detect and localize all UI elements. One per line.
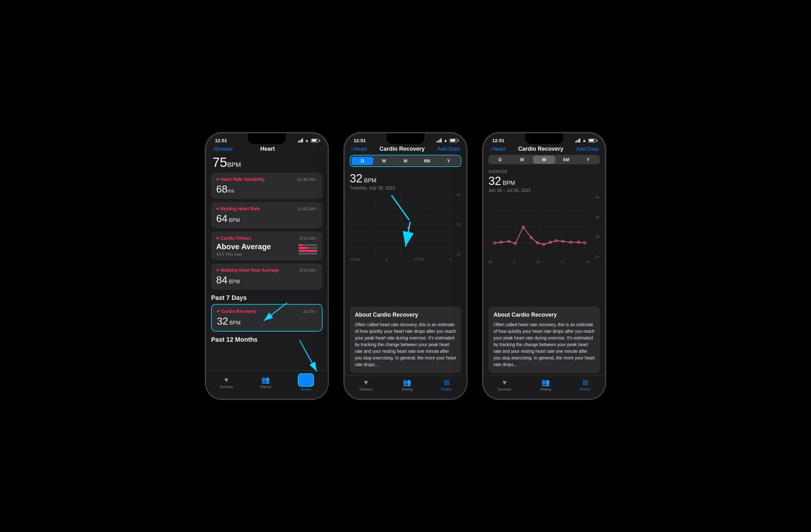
resting-chevron: › [316,206,318,211]
tab-browse-1[interactable]: ⊞ Browse [298,373,314,391]
y-label-30: 30 [595,235,599,239]
recovery-date: Jul 26 [303,309,314,314]
summary-label-3: Summary [498,387,511,391]
walking-hr-card[interactable]: ♥ Walking Heart Rate Average 8:19 AM › 8… [211,263,323,290]
tab-browse-2[interactable]: ⊞ Browse [441,378,452,391]
phone1-content: ‹ Browse Heart 75BPM ♥ Heart Rate Variab… [206,145,327,399]
phone-2: 12:51 ▲ ‹ Heart Cardio [344,132,467,400]
chart-bpm-3: 32 BPM [488,174,600,188]
sharing-icon-1: 👥 [261,376,270,384]
phone2-content: ‹ Heart Cardio Recovery Add Data D W M 6… [345,145,466,399]
fitness-time: 8:19 AM [300,236,315,241]
x-labels-2: 12 AM 6 12 PM 6 [350,256,452,261]
fitness-value: Above Average [216,242,271,251]
browse-label-1: Browse [301,387,311,391]
time-btn-W-2[interactable]: W [373,157,395,165]
section-past7: Past 7 Days [211,294,323,302]
tab-summary-1[interactable]: ♥ Summary [220,376,233,389]
wifi-icon: ▲ [305,138,309,143]
chevron-left-icon-2: ‹ [351,146,353,152]
time-btn-M-3[interactable]: M [533,155,555,164]
time-btn-W-3[interactable]: W [511,155,533,164]
hrv-title: ♥ Heart Rate Variability [216,177,265,182]
heart-icon-recovery: ♥ [217,309,219,314]
hrv-time: 11:46 AM [297,177,315,182]
sharing-icon-3: 👥 [541,378,550,387]
hrv-chevron: › [316,177,318,182]
back-label-2[interactable]: Heart [354,146,367,152]
chart-date-3: Jun 26 – Jul 26, 2022 [488,188,600,193]
time-btn-Y-2[interactable]: Y [438,157,459,165]
chart-date-2: Tuesday, July 26, 2022 [350,185,461,190]
wifi-icon-3: ▲ [582,138,586,143]
status-icons-2: ▲ [437,138,457,143]
time-btn-D-3[interactable]: D [489,155,511,164]
tab-sharing-1[interactable]: 👥 Sharing [260,376,271,389]
resting-title: ♥ Resting Heart Rate [216,206,260,211]
nav-title-1: Heart [260,146,275,152]
battery-icon [311,139,319,142]
time-btn-D-2[interactable]: D [352,157,373,165]
hrv-card[interactable]: ♥ Heart Rate Variability 11:46 AM › 68ms [211,172,323,199]
sharing-icon-2: 👥 [403,378,411,387]
chart-area-2: 32 BPM Tuesday, July 26, 2022 [345,169,466,304]
add-data-button-2[interactable]: Add Data [438,146,460,152]
recovery-chevron: › [315,309,317,314]
tab-bar-3: ♥ Summary 👥 Sharing ⊞ Browse [484,376,605,399]
nav-bar-2: ‹ Heart Cardio Recovery Add Data [345,145,466,155]
chart-bpm-2: 32 BPM [350,172,461,185]
tab-sharing-2[interactable]: 👥 Sharing [401,378,412,391]
tab-summary-3[interactable]: ♥ Summary [498,378,511,391]
tab-browse-3[interactable]: ⊞ Browse [580,378,591,391]
status-bar-1: 12:51 ▲ [206,133,327,145]
sharing-label-2: Sharing [401,387,412,391]
avg-label-3: AVERAGE [488,169,600,174]
back-button-1[interactable]: ‹ Browse [212,146,233,152]
walking-value: 84 BPM [216,274,318,286]
time-btn-M-2[interactable]: M [395,157,416,165]
about-title-3: About Cardio Recovery [493,311,595,318]
browse-icon-3: ⊞ [582,378,588,387]
phone-1: 12:51 ▲ ‹ Browse Heart [205,132,328,400]
back-button-2[interactable]: ‹ Heart [351,146,367,152]
y-label-40: 40 [595,215,599,219]
back-button-3[interactable]: ‹ Heart [490,146,505,152]
x-labels-3: 26 3 10 17 24 [488,259,590,264]
back-label-1[interactable]: Browse [215,146,233,152]
browse-label-3: Browse [580,387,591,391]
resting-hr-card[interactable]: ♥ Resting Heart Rate 11:42 AM › 64 BPM [211,202,323,228]
cardio-recovery-card[interactable]: ♥ Cardio Recovery Jul 26 › 32 BPM [211,304,323,332]
y-label-50: 50 [595,195,599,199]
tab-summary-2[interactable]: ♥ Summary [359,378,373,391]
status-icons-3: ▲ [575,138,596,143]
tab-sharing-3[interactable]: 👥 Sharing [540,378,551,391]
sharing-label-1: Sharing [260,385,271,389]
recovery-title: ♥ Cardio Recovery [217,309,256,314]
add-data-button-3[interactable]: Add Data [576,146,599,152]
y-label-20: 20 [595,255,599,259]
y-label-30: 30 [457,223,461,226]
heart-icon-walking: ♥ [216,268,219,273]
status-icons-1: ▲ [298,138,319,143]
about-card-2: About Cardio Recovery Often called heart… [350,306,461,373]
phone-3: 12:51 ▲ ‹ Heart Cardio [483,132,606,400]
cardio-fitness-card[interactable]: ♥ Cardio Fitness 8:19 AM › Above Average [211,231,323,260]
signal-icon-3 [575,138,581,142]
time-btn-6M-2[interactable]: 6M [416,157,438,165]
summary-icon-3: ♥ [502,378,506,387]
fitness-title: ♥ Cardio Fitness [216,235,251,241]
browse-icon-1: ⊞ [304,377,308,383]
chart-svg-3 [488,195,590,259]
chevron-left-icon: ‹ [212,146,214,152]
status-bar-3: 12:51 ▲ [484,133,605,145]
time-btn-6M-3[interactable]: 6M [555,155,577,164]
back-label-3[interactable]: Heart [492,146,506,152]
status-bar-2: 12:51 ▲ [345,133,466,145]
chart-svg-2 [350,193,452,256]
y-label-20: 20 [457,253,461,256]
phone3-content: ‹ Heart Cardio Recovery Add Data D W M 6… [484,145,605,399]
tab-bar-1: ♥ Summary 👥 Sharing ⊞ Browse [206,370,327,399]
scroll-content-1[interactable]: 75BPM ♥ Heart Rate Variability 11:46 AM … [206,155,327,370]
top-bpm: 75BPM [211,155,323,172]
time-btn-Y-3[interactable]: Y [577,155,599,164]
